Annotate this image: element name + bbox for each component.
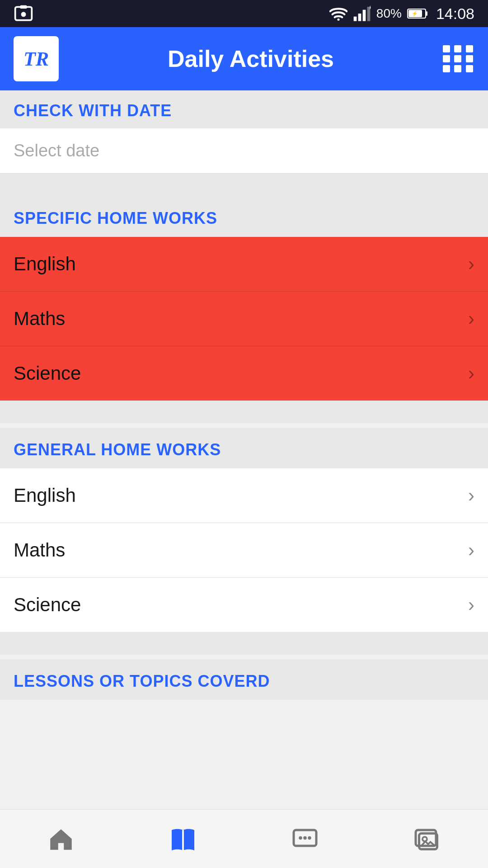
nav-messages[interactable]: [244, 810, 366, 868]
nav-gallery[interactable]: [366, 810, 488, 868]
svg-point-17: [308, 836, 311, 840]
svg-rect-5: [358, 14, 361, 21]
app-logo: TR: [14, 36, 59, 81]
specific-hw-science[interactable]: Science ›: [0, 346, 488, 401]
book-icon: [169, 826, 197, 853]
svg-point-20: [422, 837, 427, 841]
spacer-1: [0, 174, 488, 196]
svg-point-2: [21, 12, 26, 17]
specific-hw-maths-label: Maths: [14, 308, 65, 330]
home-icon: [47, 826, 75, 853]
lessons-section-header: LESSONS OR TOPICS COVERD: [0, 659, 488, 700]
specific-hw-title: SPECIFIC HOME WORKS: [14, 209, 474, 228]
specific-hw-section-header: SPECIFIC HOME WORKS: [0, 196, 488, 237]
grid-menu-icon[interactable]: [443, 45, 474, 72]
page-title: Daily Activities: [59, 45, 443, 72]
chevron-icon-specific-science: ›: [468, 363, 474, 384]
status-bar-right: R 80% ⚡ 14:08: [329, 5, 474, 23]
signal-icon: R: [353, 6, 371, 21]
svg-rect-1: [20, 5, 27, 9]
nav-books[interactable]: [122, 810, 244, 868]
check-date-title: CHECK WITH DATE: [14, 101, 474, 120]
screenshot-icon: [14, 4, 33, 24]
bottom-navigation: [0, 809, 488, 868]
status-bar-left: [14, 4, 33, 24]
specific-hw-maths[interactable]: Maths ›: [0, 292, 488, 346]
svg-rect-10: [426, 11, 427, 16]
gallery-icon: [413, 826, 441, 853]
check-date-section-header: CHECK WITH DATE: [0, 90, 488, 128]
svg-text:R: R: [370, 6, 371, 10]
spacer-2: [0, 401, 488, 423]
general-hw-maths-label: Maths: [14, 539, 65, 561]
time-display: 14:08: [436, 5, 474, 23]
svg-text:⚡: ⚡: [412, 10, 418, 17]
svg-rect-6: [363, 10, 366, 21]
spacer-3: [0, 632, 488, 655]
chevron-icon-general-maths: ›: [468, 539, 474, 561]
battery-percentage: 80%: [376, 6, 402, 21]
logo-text: TR: [23, 47, 49, 71]
chat-icon: [291, 826, 319, 853]
svg-point-16: [303, 836, 307, 840]
general-hw-science-label: Science: [14, 594, 81, 616]
chevron-icon-general-science: ›: [468, 594, 474, 616]
general-hw-maths[interactable]: Maths ›: [0, 523, 488, 578]
nav-home[interactable]: [0, 810, 122, 868]
status-bar: R 80% ⚡ 14:08: [0, 0, 488, 27]
chevron-icon-specific-english: ›: [468, 253, 474, 275]
specific-hw-science-label: Science: [14, 363, 81, 384]
specific-hw-english-label: English: [14, 253, 76, 275]
app-header: TR Daily Activities: [0, 27, 488, 90]
status-icons: R 80% ⚡: [329, 6, 428, 21]
chevron-icon-general-english: ›: [468, 485, 474, 506]
svg-rect-4: [354, 17, 357, 21]
svg-point-15: [299, 836, 302, 840]
date-placeholder[interactable]: Select date: [14, 141, 474, 160]
specific-hw-list: English › Maths › Science ›: [0, 237, 488, 401]
general-hw-english-label: English: [14, 485, 76, 506]
general-hw-list: English › Maths › Science ›: [0, 468, 488, 632]
chevron-icon-specific-maths: ›: [468, 308, 474, 330]
general-hw-science[interactable]: Science ›: [0, 578, 488, 632]
lessons-title: LESSONS OR TOPICS COVERD: [14, 672, 474, 691]
date-input-area[interactable]: Select date: [0, 128, 488, 174]
wifi-icon: [329, 6, 347, 21]
battery-icon: ⚡: [407, 7, 428, 20]
main-content: CHECK WITH DATE Select date SPECIFIC HOM…: [0, 90, 488, 868]
general-hw-english[interactable]: English ›: [0, 468, 488, 523]
specific-hw-english[interactable]: English ›: [0, 237, 488, 292]
general-hw-title: GENERAL HOME WORKS: [14, 440, 474, 459]
general-hw-section-header: GENERAL HOME WORKS: [0, 428, 488, 468]
svg-point-3: [337, 19, 339, 21]
